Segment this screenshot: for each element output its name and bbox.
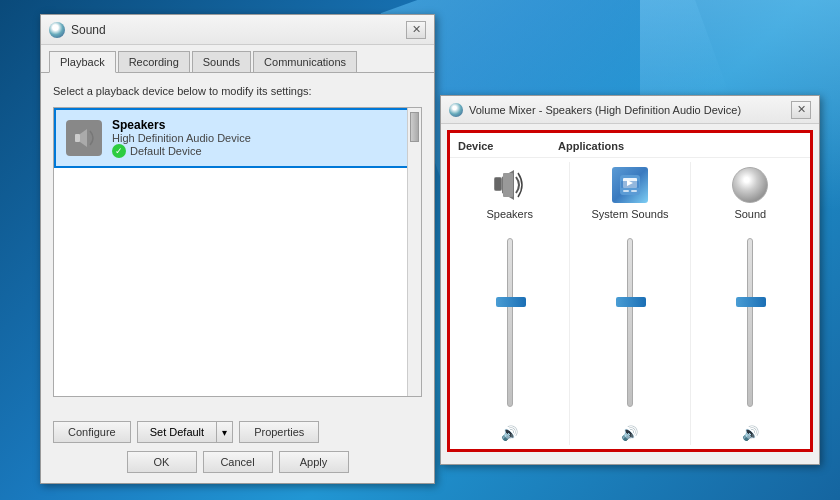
system-sounds-icon [612, 167, 648, 203]
mixer-close-button[interactable]: ✕ [791, 101, 811, 119]
tab-recording[interactable]: Recording [118, 51, 190, 72]
svg-marker-1 [80, 129, 87, 147]
speakers-channel-svg [492, 167, 528, 203]
speakers-slider-thumb[interactable] [496, 297, 526, 307]
system-sounds-channel-label: System Sounds [591, 208, 668, 220]
system-sounds-svg [618, 173, 642, 197]
sound-app-channel-label: Sound [734, 208, 766, 220]
sound-app-volume-icon: 🔊 [742, 425, 759, 441]
sound-app-channel-icon [731, 166, 769, 204]
sound-dialog-titlebar: Sound ✕ [41, 15, 434, 45]
speakers-icon [66, 120, 102, 156]
mixer-title-text: Volume Mixer - Speakers (High Definition… [469, 104, 741, 116]
properties-button[interactable]: Properties [239, 421, 319, 443]
set-default-button[interactable]: Set Default [137, 421, 216, 443]
bottom-button-row: OK Cancel Apply [53, 451, 422, 473]
sound-dialog-content: Select a playback device below to modify… [41, 73, 434, 461]
speakers-slider-track[interactable] [507, 238, 513, 407]
mixer-section-headers: Device Applications [450, 133, 810, 158]
title-left: Sound [49, 22, 106, 38]
scrollbar-thumb[interactable] [410, 112, 419, 142]
ok-button[interactable]: OK [127, 451, 197, 473]
default-check-icon: ✓ [112, 144, 126, 158]
svg-rect-5 [503, 173, 513, 197]
svg-rect-9 [631, 190, 637, 192]
default-status-label: Default Device [130, 145, 202, 157]
mixer-dialog-icon [449, 103, 463, 117]
system-sounds-slider-track[interactable] [627, 238, 633, 407]
sound-dialog-close-button[interactable]: ✕ [406, 21, 426, 39]
sound-app-slider-track[interactable] [747, 238, 753, 407]
speakers-status: ✓ Default Device [112, 144, 409, 158]
system-sounds-channel: System Sounds 🔊 [570, 162, 690, 445]
speakers-device-info: Speakers High Definition Audio Device ✓ … [112, 118, 409, 158]
set-default-split-button: Set Default ▾ [137, 421, 233, 443]
tab-playback[interactable]: Playback [49, 51, 116, 73]
device-section-label: Device [458, 140, 493, 152]
top-button-row: Configure Set Default ▾ Properties [53, 421, 422, 443]
speakers-channel-icon [491, 166, 529, 204]
sound-app-channel: Sound 🔊 [691, 162, 810, 445]
device-list[interactable]: Speakers High Definition Audio Device ✓ … [53, 107, 422, 397]
tab-sounds[interactable]: Sounds [192, 51, 251, 72]
configure-button[interactable]: Configure [53, 421, 131, 443]
system-sounds-volume-icon: 🔊 [621, 425, 638, 441]
system-sounds-slider-thumb[interactable] [616, 297, 646, 307]
system-sounds-slider-container [576, 228, 683, 417]
mixer-apps-section: Applications [558, 139, 802, 153]
svg-rect-3 [495, 178, 501, 190]
sound-dialog-icon [49, 22, 65, 38]
speakers-name: Speakers [112, 118, 409, 132]
mixer-title-left: Volume Mixer - Speakers (High Definition… [449, 103, 741, 117]
speakers-channel-label: Speakers [486, 208, 532, 220]
apply-button[interactable]: Apply [279, 451, 349, 473]
svg-rect-0 [75, 134, 80, 142]
sound-app-slider-container [697, 228, 804, 417]
system-sounds-channel-icon [611, 166, 649, 204]
speakers-type: High Definition Audio Device [112, 132, 409, 144]
set-default-arrow-button[interactable]: ▾ [216, 421, 233, 443]
sound-dialog-tabs: Playback Recording Sounds Communications [41, 45, 434, 73]
mixer-titlebar: Volume Mixer - Speakers (High Definition… [441, 96, 819, 124]
speakers-volume-icon: 🔊 [501, 425, 518, 441]
speaker-svg [73, 127, 95, 149]
mixer-channels: Speakers 🔊 [450, 158, 810, 449]
mixer-device-section: Device [458, 139, 558, 153]
speakers-channel: Speakers 🔊 [450, 162, 570, 445]
playback-description: Select a playback device below to modify… [53, 85, 422, 97]
sound-dialog-title: Sound [71, 23, 106, 37]
apps-section-label: Applications [558, 140, 624, 152]
speakers-device-item[interactable]: Speakers High Definition Audio Device ✓ … [54, 108, 421, 168]
sound-app-slider-thumb[interactable] [736, 297, 766, 307]
tab-communications[interactable]: Communications [253, 51, 357, 72]
speakers-slider-container [456, 228, 563, 417]
device-list-scrollbar[interactable] [407, 108, 421, 396]
sound-dialog: Sound ✕ Playback Recording Sounds Commun… [40, 14, 435, 484]
mixer-content-panel: Device Applications [447, 130, 813, 452]
sound-app-icon [732, 167, 768, 203]
svg-rect-8 [623, 190, 629, 192]
sound-dialog-buttons: Configure Set Default ▾ Properties OK Ca… [41, 421, 434, 473]
volume-mixer-dialog: Volume Mixer - Speakers (High Definition… [440, 95, 820, 465]
cancel-button[interactable]: Cancel [203, 451, 273, 473]
